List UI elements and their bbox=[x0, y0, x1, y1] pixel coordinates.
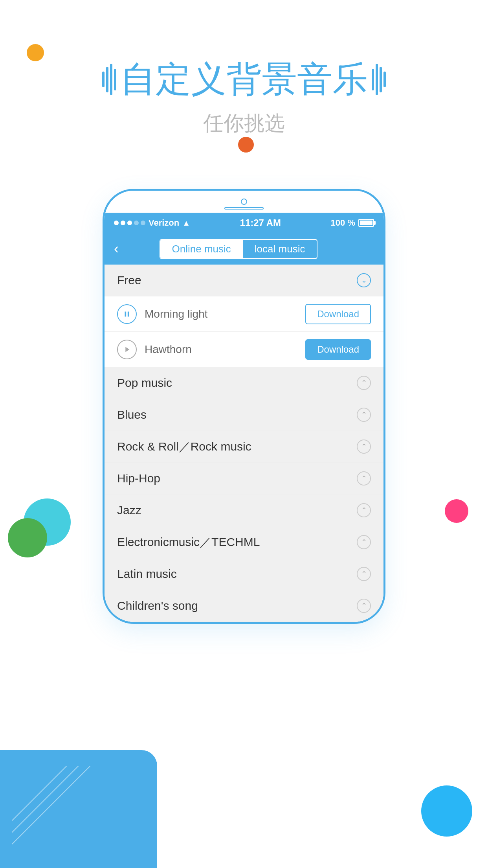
svg-line-2 bbox=[12, 766, 67, 821]
navigation-bar: ‹ Online music local music bbox=[105, 233, 383, 265]
section-blues: Blues⌃ bbox=[105, 399, 383, 431]
carrier-label: Verizon bbox=[149, 218, 179, 228]
tab-online-music[interactable]: Online music bbox=[160, 240, 243, 258]
pause-button-morning-light[interactable] bbox=[117, 304, 137, 324]
chevron-up-icon-electronic[interactable]: ⌃ bbox=[357, 535, 371, 549]
svg-line-0 bbox=[12, 766, 90, 844]
decorative-dot-green bbox=[8, 518, 47, 557]
section-header-jazz[interactable]: Jazz⌃ bbox=[105, 495, 383, 526]
signal-dot-2 bbox=[121, 221, 125, 225]
track-row-morning-light: Morning lightDownload bbox=[105, 296, 383, 331]
svg-line-1 bbox=[12, 766, 79, 833]
decorative-dot-blue-large bbox=[421, 785, 472, 837]
section-title-electronic: Electronicmusic／TECHML bbox=[117, 534, 260, 550]
track-row-hawthorn: HawthornDownload bbox=[105, 331, 383, 367]
chevron-up-icon-rock[interactable]: ⌃ bbox=[357, 440, 371, 454]
chevron-down-icon-free[interactable]: ⌄ bbox=[357, 273, 371, 287]
svg-rect-3 bbox=[125, 311, 127, 316]
section-header-childrens[interactable]: Children's song⌃ bbox=[105, 590, 383, 622]
decorative-dot-pink bbox=[445, 499, 468, 523]
phone-notch bbox=[105, 191, 383, 213]
svg-rect-4 bbox=[128, 311, 129, 316]
section-header-rock[interactable]: Rock & Roll／Rock music⌃ bbox=[105, 431, 383, 462]
play-button-hawthorn[interactable] bbox=[117, 340, 137, 359]
main-title: 自定义背景音乐 bbox=[102, 55, 386, 103]
chevron-up-icon-jazz[interactable]: ⌃ bbox=[357, 503, 371, 517]
section-header-free[interactable]: Free⌄ bbox=[105, 265, 383, 296]
phone-speaker-icon bbox=[224, 207, 264, 210]
section-header-electronic[interactable]: Electronicmusic／TECHML⌃ bbox=[105, 526, 383, 558]
phone-camera-icon bbox=[241, 199, 247, 205]
section-title-free: Free bbox=[117, 274, 141, 287]
chevron-up-icon-hiphop[interactable]: ⌃ bbox=[357, 471, 371, 485]
track-name-hawthorn: Hawthorn bbox=[145, 343, 305, 356]
section-jazz: Jazz⌃ bbox=[105, 495, 383, 526]
section-free: Free⌄Morning lightDownloadHawthornDownlo… bbox=[105, 265, 383, 367]
signal-icon bbox=[114, 221, 145, 225]
phone-frame: Verizon ▲ 11:27 AM 100 % ‹ Online music … bbox=[103, 189, 385, 624]
status-right: 100 % bbox=[331, 218, 374, 228]
section-title-hiphop: Hip-Hop bbox=[117, 472, 160, 485]
battery-percent: 100 % bbox=[331, 218, 355, 228]
status-bar: Verizon ▲ 11:27 AM 100 % bbox=[105, 213, 383, 233]
section-title-blues: Blues bbox=[117, 408, 147, 421]
section-title-childrens: Children's song bbox=[117, 599, 198, 612]
section-title-jazz: Jazz bbox=[117, 504, 141, 517]
phone-mockup: Verizon ▲ 11:27 AM 100 % ‹ Online music … bbox=[103, 189, 385, 624]
signal-dot-4 bbox=[134, 221, 139, 225]
chevron-up-icon-latin[interactable]: ⌃ bbox=[357, 567, 371, 581]
waveform-right-icon bbox=[372, 64, 386, 95]
track-name-morning-light: Morning light bbox=[145, 308, 305, 320]
chevron-up-icon-blues[interactable]: ⌃ bbox=[357, 408, 371, 422]
status-left: Verizon ▲ bbox=[114, 218, 190, 228]
section-title-rock: Rock & Roll／Rock music bbox=[117, 439, 251, 455]
download-button-morning-light[interactable]: Download bbox=[305, 304, 371, 324]
music-list: Free⌄Morning lightDownloadHawthornDownlo… bbox=[105, 265, 383, 622]
section-childrens: Children's song⌃ bbox=[105, 590, 383, 622]
clock-display: 11:27 AM bbox=[240, 217, 281, 228]
hero-section: 自定义背景音乐 任你挑选 bbox=[0, 0, 488, 193]
signal-dot-1 bbox=[114, 221, 119, 225]
bg-decoration-lines bbox=[12, 766, 90, 844]
waveform-left-icon bbox=[102, 64, 116, 95]
battery-icon bbox=[358, 219, 374, 227]
section-electronic: Electronicmusic／TECHML⌃ bbox=[105, 526, 383, 558]
section-latin: Latin music⌃ bbox=[105, 558, 383, 590]
subtitle: 任你挑选 bbox=[203, 110, 285, 137]
signal-dot-5 bbox=[141, 221, 145, 225]
tab-local-music[interactable]: local music bbox=[243, 240, 317, 258]
download-button-hawthorn[interactable]: Download bbox=[305, 339, 371, 360]
section-pop-music: Pop music⌃ bbox=[105, 367, 383, 399]
section-rock: Rock & Roll／Rock music⌃ bbox=[105, 431, 383, 463]
chevron-up-icon-childrens[interactable]: ⌃ bbox=[357, 599, 371, 613]
section-hiphop: Hip-Hop⌃ bbox=[105, 463, 383, 495]
chevron-up-icon-pop-music[interactable]: ⌃ bbox=[357, 376, 371, 390]
wifi-icon: ▲ bbox=[182, 219, 190, 228]
tab-switcher: Online music local music bbox=[160, 239, 318, 259]
section-title-latin: Latin music bbox=[117, 567, 177, 581]
signal-dot-3 bbox=[127, 221, 132, 225]
section-header-hiphop[interactable]: Hip-Hop⌃ bbox=[105, 463, 383, 494]
section-header-pop-music[interactable]: Pop music⌃ bbox=[105, 367, 383, 399]
section-title-pop-music: Pop music bbox=[117, 376, 172, 390]
back-button[interactable]: ‹ bbox=[114, 241, 119, 257]
svg-marker-5 bbox=[125, 347, 129, 352]
section-header-blues[interactable]: Blues⌃ bbox=[105, 399, 383, 430]
section-header-latin[interactable]: Latin music⌃ bbox=[105, 558, 383, 590]
